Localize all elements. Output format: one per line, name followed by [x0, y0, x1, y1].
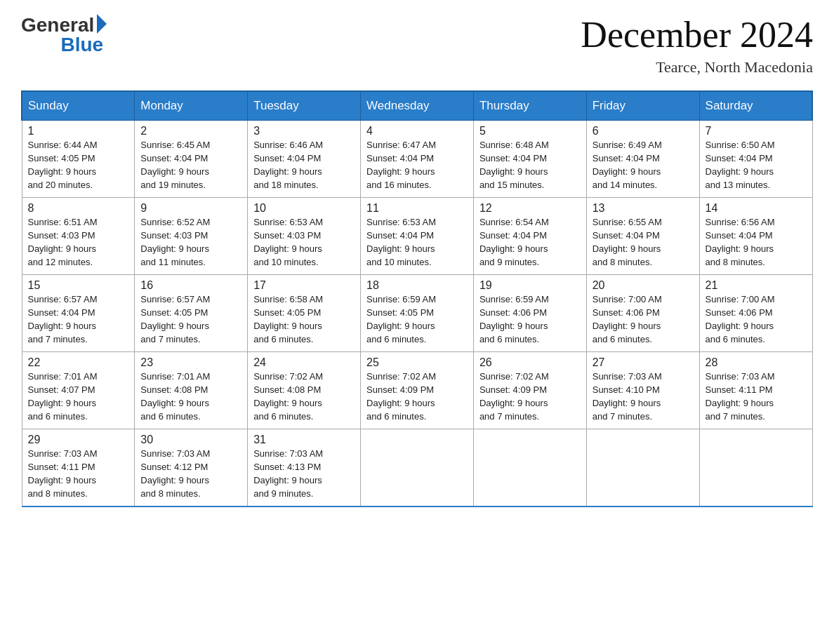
day-info: Sunrise: 6:53 AMSunset: 4:03 PMDaylight:… — [253, 217, 323, 267]
day-info: Sunrise: 6:54 AMSunset: 4:04 PMDaylight:… — [479, 217, 549, 267]
day-number: 10 — [253, 202, 355, 215]
day-info: Sunrise: 6:49 AMSunset: 4:04 PMDaylight:… — [593, 140, 662, 190]
day-number: 15 — [28, 279, 129, 292]
day-number: 22 — [28, 356, 129, 369]
calendar-cell: 9 Sunrise: 6:52 AMSunset: 4:03 PMDayligh… — [135, 198, 248, 275]
calendar-cell — [361, 429, 474, 507]
day-number: 21 — [706, 279, 807, 292]
calendar-cell: 23 Sunrise: 7:01 AMSunset: 4:08 PMDaylig… — [135, 352, 248, 429]
day-number: 26 — [479, 356, 581, 369]
day-info: Sunrise: 6:59 AMSunset: 4:06 PMDaylight:… — [479, 294, 549, 344]
logo: General Blue — [21, 14, 107, 56]
calendar-cell: 1 Sunrise: 6:44 AMSunset: 4:05 PMDayligh… — [22, 121, 135, 198]
day-number: 27 — [593, 356, 694, 369]
calendar-cell — [586, 429, 699, 507]
calendar-cell: 16 Sunrise: 6:57 AMSunset: 4:05 PMDaylig… — [135, 275, 248, 352]
day-info: Sunrise: 7:03 AMSunset: 4:13 PMDaylight:… — [253, 448, 323, 499]
calendar-cell: 12 Sunrise: 6:54 AMSunset: 4:04 PMDaylig… — [473, 198, 586, 275]
calendar-cell: 18 Sunrise: 6:59 AMSunset: 4:05 PMDaylig… — [361, 275, 474, 352]
logo-arrow-icon — [97, 14, 107, 34]
day-info: Sunrise: 6:45 AMSunset: 4:04 PMDaylight:… — [140, 140, 210, 190]
day-info: Sunrise: 6:50 AMSunset: 4:04 PMDaylight:… — [706, 140, 775, 190]
day-number: 29 — [28, 434, 129, 446]
calendar-cell: 19 Sunrise: 6:59 AMSunset: 4:06 PMDaylig… — [473, 275, 586, 352]
day-number: 8 — [28, 202, 129, 215]
calendar-cell: 3 Sunrise: 6:46 AMSunset: 4:04 PMDayligh… — [248, 121, 361, 198]
logo-spacer — [21, 34, 59, 56]
weekday-header-wednesday: Wednesday — [361, 91, 474, 121]
location-title: Tearce, North Macedonia — [581, 58, 813, 76]
calendar-cell: 30 Sunrise: 7:03 AMSunset: 4:12 PMDaylig… — [135, 429, 248, 507]
calendar-cell: 11 Sunrise: 6:53 AMSunset: 4:04 PMDaylig… — [361, 198, 474, 275]
day-number: 6 — [593, 125, 694, 137]
calendar-cell: 22 Sunrise: 7:01 AMSunset: 4:07 PMDaylig… — [22, 352, 135, 429]
day-info: Sunrise: 6:57 AMSunset: 4:05 PMDaylight:… — [140, 294, 210, 344]
day-info: Sunrise: 7:02 AMSunset: 4:09 PMDaylight:… — [479, 371, 549, 422]
weekday-header-thursday: Thursday — [473, 91, 586, 121]
day-number: 1 — [28, 125, 129, 137]
day-number: 5 — [479, 125, 581, 137]
day-info: Sunrise: 6:53 AMSunset: 4:04 PMDaylight:… — [366, 217, 436, 267]
day-number: 2 — [140, 125, 241, 137]
day-info: Sunrise: 7:03 AMSunset: 4:11 PMDaylight:… — [706, 371, 775, 422]
calendar-cell: 7 Sunrise: 6:50 AMSunset: 4:04 PMDayligh… — [699, 121, 812, 198]
calendar-week-row: 29 Sunrise: 7:03 AMSunset: 4:11 PMDaylig… — [22, 429, 812, 507]
calendar-body: 1 Sunrise: 6:44 AMSunset: 4:05 PMDayligh… — [22, 121, 812, 507]
page-header: General Blue December 2024 Tearce, North… — [21, 14, 813, 76]
calendar-week-row: 22 Sunrise: 7:01 AMSunset: 4:07 PMDaylig… — [22, 352, 812, 429]
weekday-header-monday: Monday — [135, 91, 248, 121]
calendar-table: SundayMondayTuesdayWednesdayThursdayFrid… — [21, 90, 813, 507]
calendar-header: SundayMondayTuesdayWednesdayThursdayFrid… — [22, 91, 812, 121]
calendar-cell: 15 Sunrise: 6:57 AMSunset: 4:04 PMDaylig… — [22, 275, 135, 352]
calendar-cell: 25 Sunrise: 7:02 AMSunset: 4:09 PMDaylig… — [361, 352, 474, 429]
logo-blue-text: Blue — [60, 34, 103, 56]
day-info: Sunrise: 6:59 AMSunset: 4:05 PMDaylight:… — [366, 294, 436, 344]
weekday-header-row: SundayMondayTuesdayWednesdayThursdayFrid… — [22, 91, 812, 121]
calendar-cell: 26 Sunrise: 7:02 AMSunset: 4:09 PMDaylig… — [473, 352, 586, 429]
title-area: December 2024 Tearce, North Macedonia — [581, 14, 813, 76]
day-number: 31 — [253, 434, 355, 446]
day-info: Sunrise: 7:01 AMSunset: 4:07 PMDaylight:… — [28, 371, 98, 422]
calendar-cell: 10 Sunrise: 6:53 AMSunset: 4:03 PMDaylig… — [248, 198, 361, 275]
day-number: 11 — [366, 202, 468, 215]
day-info: Sunrise: 6:57 AMSunset: 4:04 PMDaylight:… — [28, 294, 98, 344]
weekday-header-sunday: Sunday — [22, 91, 135, 121]
day-info: Sunrise: 6:48 AMSunset: 4:04 PMDaylight:… — [479, 140, 549, 190]
calendar-cell: 21 Sunrise: 7:00 AMSunset: 4:06 PMDaylig… — [699, 275, 812, 352]
day-info: Sunrise: 7:02 AMSunset: 4:09 PMDaylight:… — [366, 371, 436, 422]
calendar-cell: 4 Sunrise: 6:47 AMSunset: 4:04 PMDayligh… — [361, 121, 474, 198]
day-number: 12 — [479, 202, 581, 215]
day-number: 28 — [706, 356, 807, 369]
calendar-cell: 29 Sunrise: 7:03 AMSunset: 4:11 PMDaylig… — [22, 429, 135, 507]
calendar-cell — [699, 429, 812, 507]
day-info: Sunrise: 6:52 AMSunset: 4:03 PMDaylight:… — [140, 217, 210, 267]
calendar-cell: 13 Sunrise: 6:55 AMSunset: 4:04 PMDaylig… — [586, 198, 699, 275]
day-info: Sunrise: 6:47 AMSunset: 4:04 PMDaylight:… — [366, 140, 436, 190]
day-number: 25 — [366, 356, 468, 369]
calendar-cell: 2 Sunrise: 6:45 AMSunset: 4:04 PMDayligh… — [135, 121, 248, 198]
calendar-cell: 24 Sunrise: 7:02 AMSunset: 4:08 PMDaylig… — [248, 352, 361, 429]
day-info: Sunrise: 6:51 AMSunset: 4:03 PMDaylight:… — [28, 217, 98, 267]
day-number: 4 — [366, 125, 468, 137]
day-info: Sunrise: 6:55 AMSunset: 4:04 PMDaylight:… — [593, 217, 662, 267]
calendar-week-row: 15 Sunrise: 6:57 AMSunset: 4:04 PMDaylig… — [22, 275, 812, 352]
day-info: Sunrise: 7:01 AMSunset: 4:08 PMDaylight:… — [140, 371, 210, 422]
day-number: 18 — [366, 279, 468, 292]
calendar-cell: 31 Sunrise: 7:03 AMSunset: 4:13 PMDaylig… — [248, 429, 361, 507]
day-info: Sunrise: 6:46 AMSunset: 4:04 PMDaylight:… — [253, 140, 323, 190]
day-info: Sunrise: 6:44 AMSunset: 4:05 PMDaylight:… — [28, 140, 98, 190]
calendar-cell — [473, 429, 586, 507]
day-info: Sunrise: 6:56 AMSunset: 4:04 PMDaylight:… — [706, 217, 775, 267]
calendar-cell: 28 Sunrise: 7:03 AMSunset: 4:11 PMDaylig… — [699, 352, 812, 429]
calendar-week-row: 1 Sunrise: 6:44 AMSunset: 4:05 PMDayligh… — [22, 121, 812, 198]
day-info: Sunrise: 6:58 AMSunset: 4:05 PMDaylight:… — [253, 294, 323, 344]
calendar-cell: 27 Sunrise: 7:03 AMSunset: 4:10 PMDaylig… — [586, 352, 699, 429]
day-number: 24 — [253, 356, 355, 369]
weekday-header-friday: Friday — [586, 91, 699, 121]
calendar-cell: 6 Sunrise: 6:49 AMSunset: 4:04 PMDayligh… — [586, 121, 699, 198]
day-info: Sunrise: 7:00 AMSunset: 4:06 PMDaylight:… — [593, 294, 662, 344]
calendar-cell: 20 Sunrise: 7:00 AMSunset: 4:06 PMDaylig… — [586, 275, 699, 352]
day-number: 23 — [140, 356, 241, 369]
calendar-cell: 8 Sunrise: 6:51 AMSunset: 4:03 PMDayligh… — [22, 198, 135, 275]
day-info: Sunrise: 7:03 AMSunset: 4:10 PMDaylight:… — [593, 371, 662, 422]
